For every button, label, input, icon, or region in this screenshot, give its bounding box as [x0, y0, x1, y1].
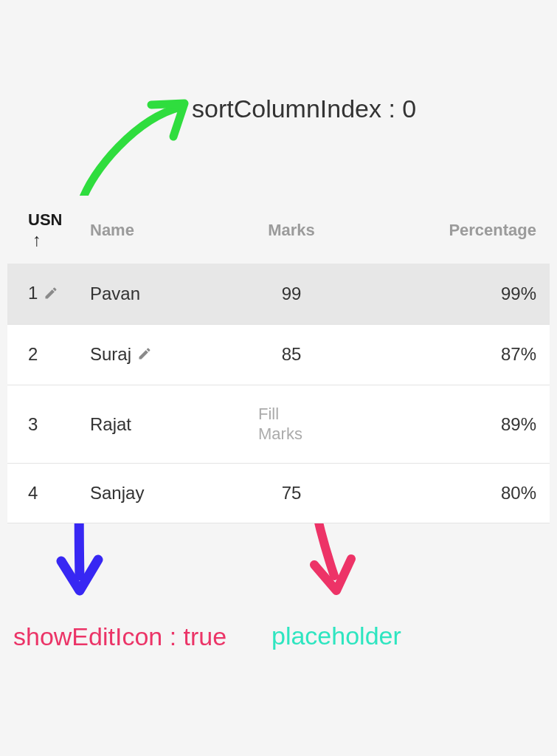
- table-row[interactable]: 1Pavan9999%: [7, 264, 550, 324]
- data-table: USN ↑ Name Marks Percentage 1Pavan9999%2…: [7, 196, 550, 523]
- sort-ascending-icon: ↑: [32, 230, 41, 250]
- cell-usn[interactable]: 4: [7, 464, 81, 523]
- cell-marks[interactable]: Fill Marks: [236, 385, 347, 464]
- column-header-marks-label: Marks: [268, 221, 315, 239]
- cell-name[interactable]: Pavan: [81, 264, 236, 324]
- column-header-name[interactable]: Name: [81, 196, 236, 264]
- cell-name[interactable]: Suraj: [81, 324, 236, 385]
- cell-usn[interactable]: 3: [7, 385, 81, 464]
- green-arrow-icon: [70, 96, 196, 207]
- annotation-edit-label: showEditIcon : true: [13, 622, 226, 652]
- cell-usn-value: 3: [28, 414, 38, 434]
- cell-usn-value: 4: [28, 483, 38, 503]
- cell-percentage: 80%: [347, 464, 550, 523]
- cell-marks-value: 99: [282, 284, 302, 303]
- cell-name-value: Suraj: [90, 344, 131, 364]
- cell-name[interactable]: Rajat: [81, 385, 236, 464]
- column-header-name-label: Name: [90, 221, 134, 239]
- cell-percentage: 87%: [347, 324, 550, 385]
- edit-icon[interactable]: [137, 345, 152, 365]
- table-row[interactable]: 4Sanjay7580%: [7, 464, 550, 523]
- cell-percentage-value: 89%: [501, 414, 536, 434]
- column-header-percentage-label: Percentage: [449, 221, 536, 239]
- cell-percentage-value: 87%: [501, 344, 536, 364]
- cell-marks-placeholder: Fill Marks: [258, 405, 317, 444]
- column-header-marks[interactable]: Marks: [236, 196, 347, 264]
- edit-icon[interactable]: [44, 284, 58, 305]
- column-header-usn[interactable]: USN ↑: [7, 196, 81, 264]
- cell-percentage: 99%: [347, 264, 550, 324]
- cell-usn[interactable]: 2: [7, 324, 81, 385]
- cell-marks[interactable]: 85: [236, 324, 347, 385]
- cell-marks[interactable]: 75: [236, 464, 347, 523]
- cell-usn[interactable]: 1: [7, 264, 81, 324]
- cell-marks[interactable]: 99: [236, 264, 347, 324]
- cell-percentage-value: 99%: [501, 284, 536, 303]
- cell-name[interactable]: Sanjay: [81, 464, 236, 523]
- table-header-row: USN ↑ Name Marks Percentage: [7, 196, 550, 264]
- cell-percentage: 89%: [347, 385, 550, 464]
- column-header-usn-label: USN: [28, 210, 62, 229]
- cell-marks-value: 85: [282, 344, 302, 364]
- table-row[interactable]: 3RajatFill Marks89%: [7, 385, 550, 464]
- cell-name-value: Sanjay: [90, 483, 144, 503]
- cell-marks-value: 75: [282, 483, 302, 503]
- annotation-sort-label: sortColumnIndex : 0: [192, 92, 416, 125]
- cell-usn-value: 1: [28, 283, 38, 303]
- annotation-placeholder-label: placeholder: [271, 622, 401, 650]
- table-row[interactable]: 2Suraj8587%: [7, 324, 550, 385]
- cell-name-value: Rajat: [90, 414, 131, 434]
- cell-usn-value: 2: [28, 344, 38, 364]
- cell-percentage-value: 80%: [501, 483, 536, 503]
- column-header-percentage[interactable]: Percentage: [347, 196, 550, 264]
- data-table-container: USN ↑ Name Marks Percentage 1Pavan9999%2…: [7, 196, 550, 523]
- cell-name-value: Pavan: [90, 284, 140, 303]
